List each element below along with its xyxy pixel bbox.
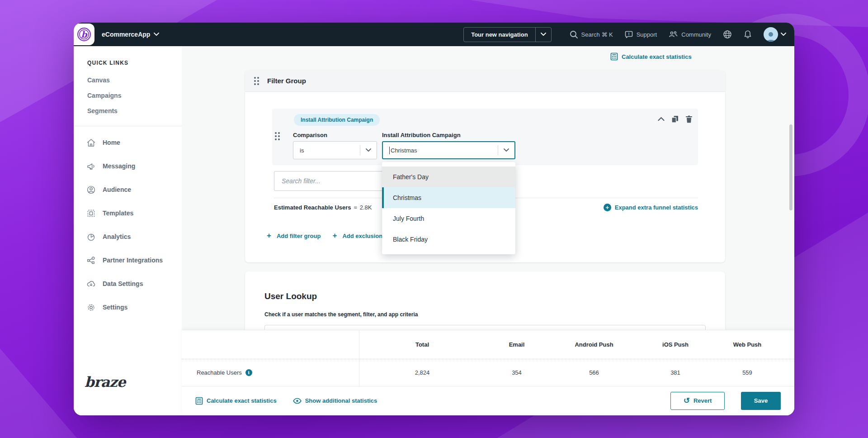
top-nav-bar: b eCommerceApp Tour new navigation Searc… [74,23,794,46]
calculate-exact-statistics-link-bottom[interactable]: Calculate exact statistics [195,397,277,405]
sidebar-item-home[interactable]: Home [74,131,182,154]
sidebar-item-label: Data Settings [103,280,143,287]
sidebar-item-partner-integrations[interactable]: Partner Integrations [74,248,182,272]
collapse-chevron-up-icon[interactable] [658,117,665,121]
support-bubble-icon: ! [625,30,633,38]
sidebar-item-data-settings[interactable]: Data Settings [74,272,182,295]
calculator-icon [610,52,618,61]
chevron-down-icon [498,148,514,152]
sidebar-item-label: Messaging [103,162,135,170]
chevron-down-icon [154,33,159,36]
dropdown-option-fathers-day[interactable]: Father's Day [382,167,515,187]
info-icon[interactable]: i [245,369,252,376]
cell-ios-push: 381 [640,359,711,386]
search-icon [570,30,578,38]
sidebar-item-label: Templates [103,209,133,217]
revert-button[interactable]: ↺ Revert [670,392,725,410]
column-header-web-push: Web Push [711,330,783,359]
attribution-campaign-label: Install Attribution Campaign [382,132,461,138]
filter-group-header: Filter Group [245,70,725,92]
duplicate-icon[interactable] [671,115,679,123]
plus-circle-icon: + [604,204,611,211]
campaign-value-select[interactable]: Christmas [382,141,515,159]
topbar-right-group: Search ⌘ K ! Support Community [570,27,786,42]
nodes-icon [86,256,96,265]
support-label: Support [637,31,657,38]
sidebar-item-label: Audience [103,186,131,193]
table-row-reachable-users: Reachable Users i 2,824 354 566 381 559 [182,359,794,386]
pie-chart-icon [86,232,96,242]
search-button[interactable]: Search ⌘ K [570,30,613,38]
add-exclusion-link[interactable]: Add exclusion [342,233,382,239]
plus-icon: + [332,231,337,240]
drag-handle-icon[interactable] [254,77,259,85]
filter-type-chip: Install Attribution Campaign [294,114,380,126]
footer-actions: Calculate exact statistics Show addition… [182,386,794,415]
drag-handle-icon[interactable] [275,132,280,140]
sidebar-item-label: Settings [103,304,127,311]
delete-trash-icon[interactable] [685,115,693,123]
language-globe-button[interactable] [723,30,732,39]
dropdown-option-christmas[interactable]: Christmas [382,187,515,208]
eye-icon [293,398,302,404]
sidebar-item-analytics[interactable]: Analytics [74,225,182,248]
user-lookup-subtitle: Check if a user matches the segment, fil… [264,311,418,318]
stats-table-header: Total Email Android Push iOS Push Web Pu… [182,330,794,359]
community-people-icon [669,30,678,38]
sidebar-item-settings[interactable]: Settings [74,295,182,319]
svg-text:!: ! [628,32,629,36]
filter-group-title: Filter Group [267,77,306,85]
braze-wordmark: braze [85,374,125,390]
sidebar-item-segments[interactable]: Segments [74,103,182,119]
braze-b-icon: b [77,28,91,41]
megaphone-icon [86,162,96,171]
sidebar: QUICK LINKS Canvas Campaigns Segments Ho… [74,46,182,415]
template-icon [86,209,96,218]
statistics-panel: Total Email Android Push iOS Push Web Pu… [182,330,794,415]
dropdown-option-black-friday[interactable]: Black Friday [382,229,515,250]
chevron-down-icon [360,148,377,152]
show-additional-statistics-link[interactable]: Show additional statistics [293,397,377,404]
tour-button-label: Tour new navigation [464,28,535,42]
add-links-row: + Add filter group + Add exclusion [267,231,382,240]
chevron-down-icon [781,33,786,36]
user-menu[interactable] [764,27,786,42]
calculate-exact-statistics-link[interactable]: Calculate exact statistics [610,52,692,61]
braze-logo-tile[interactable]: b [74,24,94,45]
save-button[interactable]: Save [741,392,781,410]
cell-web-push: 559 [711,359,783,386]
app-switcher[interactable]: eCommerceApp [102,31,159,38]
sidebar-item-campaigns[interactable]: Campaigns [74,88,182,103]
column-header-email: Email [485,330,548,359]
column-header-android-push: Android Push [548,330,640,359]
user-avatar [764,27,778,42]
sidebar-item-templates[interactable]: Templates [74,201,182,225]
app-window: b eCommerceApp Tour new navigation Searc… [74,23,794,415]
cloud-download-icon [86,279,96,289]
comparison-select[interactable]: is [293,141,377,159]
tour-new-navigation-button[interactable]: Tour new navigation [463,27,551,42]
add-filter-group-link[interactable]: Add filter group [277,233,321,239]
community-button[interactable]: Community [669,30,711,38]
revert-icon: ↺ [684,397,690,405]
text-caret [389,147,390,154]
user-lookup-title: User Lookup [264,291,317,301]
support-button[interactable]: ! Support [625,30,657,38]
dropdown-option-july-fourth[interactable]: July Fourth [382,208,515,229]
chevron-down-icon[interactable] [536,28,551,42]
column-header-total: Total [359,330,485,359]
sidebar-item-label: Partner Integrations [103,257,163,264]
cell-email: 354 [485,359,548,386]
sidebar-divider [74,126,182,126]
sidebar-item-messaging[interactable]: Messaging [74,154,182,178]
comparison-label: Comparison [293,132,327,138]
calculator-icon [195,397,203,405]
app-name: eCommerceApp [102,31,150,38]
notifications-bell-button[interactable] [744,30,752,39]
scrollbar-thumb[interactable] [789,124,793,210]
plus-icon: + [267,231,271,240]
expand-extra-funnel-statistics-link[interactable]: + Expand extra funnel statistics [604,204,698,211]
sidebar-item-audience[interactable]: Audience [74,178,182,201]
sidebar-item-canvas[interactable]: Canvas [74,72,182,88]
sidebar-item-label: Home [103,139,120,146]
